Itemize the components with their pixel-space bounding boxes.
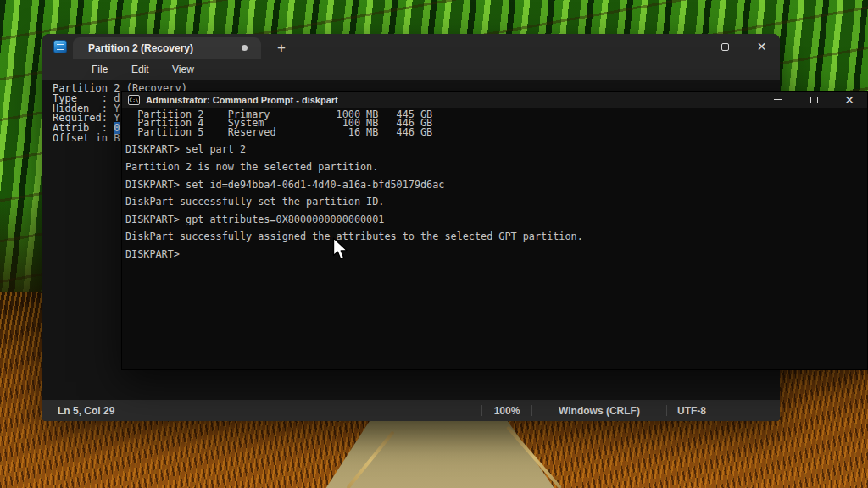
cursor-position: Ln 5, Col 29 xyxy=(58,400,114,421)
close-icon: ✕ xyxy=(844,94,854,106)
menu-edit[interactable]: Edit xyxy=(131,59,149,80)
notepad-statusbar: Ln 5, Col 29 100% Windows (CRLF) UTF-8 xyxy=(42,400,780,421)
cmd-minimize-button[interactable] xyxy=(760,92,796,108)
notepad-titlebar[interactable]: Partition 2 (Recovery) + ✕ xyxy=(42,34,780,59)
new-tab-button[interactable]: + xyxy=(270,37,293,59)
menu-file[interactable]: File xyxy=(92,59,108,80)
cmd-titlebar[interactable]: C:\ Administrator: Command Prompt - disk… xyxy=(122,92,867,108)
cmd-window: C:\ Administrator: Command Prompt - disk… xyxy=(121,91,868,370)
unsaved-dot-icon xyxy=(242,45,248,51)
maximize-icon xyxy=(810,97,818,103)
minimize-button[interactable] xyxy=(670,34,707,59)
maximize-button[interactable] xyxy=(707,34,743,59)
close-button[interactable]: ✕ xyxy=(743,34,780,59)
terminal-output: Partition 2 Primary 1000 MB 445 GB Parti… xyxy=(125,110,867,258)
cmd-maximize-button[interactable] xyxy=(796,92,832,108)
notepad-app-icon xyxy=(53,40,67,53)
notepad-menubar: File Edit View ⚙ xyxy=(42,59,780,80)
close-icon: ✕ xyxy=(757,41,767,53)
cmd-window-title: Administrator: Command Prompt - diskpart xyxy=(146,95,338,105)
mouse-cursor xyxy=(332,237,349,265)
notepad-tab[interactable]: Partition 2 (Recovery) xyxy=(73,37,261,59)
menu-view[interactable]: View xyxy=(172,59,194,80)
minimize-icon xyxy=(774,99,782,100)
terminal[interactable]: Partition 2 Primary 1000 MB 445 GB Parti… xyxy=(122,108,867,371)
cmd-close-button[interactable]: ✕ xyxy=(832,92,867,108)
zoom-level[interactable]: 100% xyxy=(482,400,531,421)
cmd-app-icon: C:\ xyxy=(128,95,140,105)
tab-title: Partition 2 (Recovery) xyxy=(88,42,193,54)
maximize-icon xyxy=(721,43,729,51)
plus-icon: + xyxy=(277,40,286,57)
encoding[interactable]: UTF-8 xyxy=(667,400,716,421)
minimize-icon xyxy=(685,47,693,47)
line-ending[interactable]: Windows (CRLF) xyxy=(532,400,666,421)
